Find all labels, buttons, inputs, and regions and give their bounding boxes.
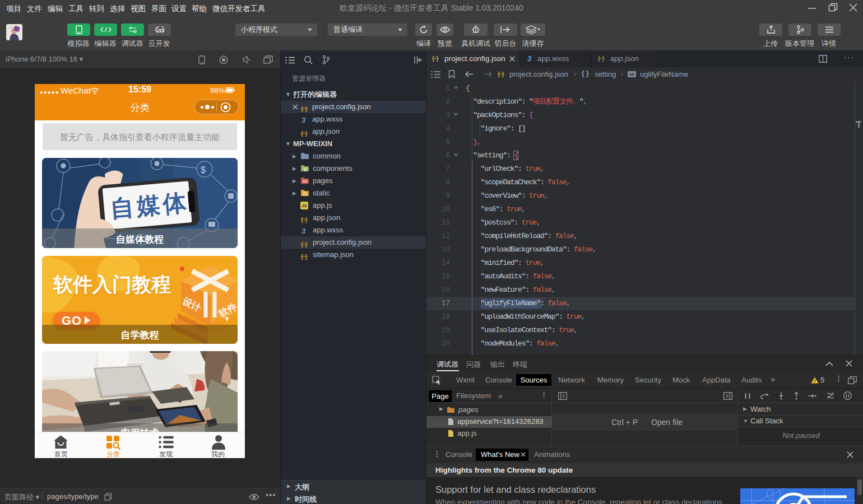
svg-text:$: $ xyxy=(201,165,206,175)
svg-text:!: ! xyxy=(814,379,816,384)
